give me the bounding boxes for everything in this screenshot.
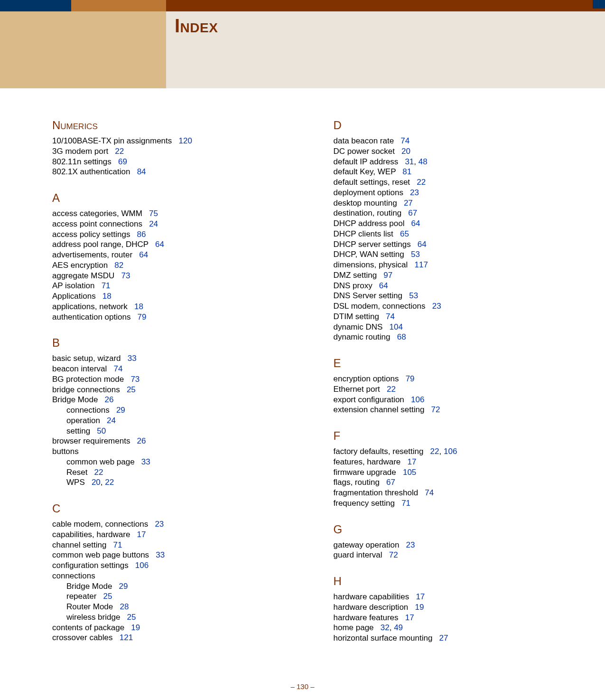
page-reference[interactable]: 33 xyxy=(128,354,137,363)
page-reference[interactable]: 79 xyxy=(406,374,415,383)
page-reference[interactable]: 28 xyxy=(120,602,129,611)
index-entry-text: connections xyxy=(66,406,110,415)
page-reference[interactable]: 69 xyxy=(118,157,127,166)
page-reference[interactable]: 97 xyxy=(383,271,392,280)
page-reference[interactable]: 18 xyxy=(134,302,143,311)
index-entry: crossover cables 121 xyxy=(52,633,286,643)
page-reference[interactable]: 25 xyxy=(127,613,136,622)
page-reference[interactable]: 29 xyxy=(116,406,125,415)
page-reference[interactable]: 68 xyxy=(397,332,406,341)
page-reference[interactable]: 27 xyxy=(404,199,413,208)
page-reference[interactable]: 72 xyxy=(431,405,440,414)
page-reference[interactable]: 64 xyxy=(418,240,427,249)
page-reference[interactable]: 71 xyxy=(401,499,410,508)
page-reference[interactable]: 67 xyxy=(386,478,395,487)
page-reference[interactable]: 64 xyxy=(379,281,388,290)
page-reference[interactable]: 53 xyxy=(409,291,418,300)
index-entry: capabilities, hardware 17 xyxy=(52,530,286,540)
page-reference[interactable]: 22 xyxy=(94,468,103,477)
page-reference[interactable]: 22 xyxy=(105,478,114,487)
page-reference[interactable]: 74 xyxy=(386,312,395,321)
page-reference[interactable]: 81 xyxy=(402,167,411,176)
page-reference[interactable]: 73 xyxy=(130,375,140,384)
page-reference[interactable]: 22 xyxy=(430,447,439,456)
page-reference[interactable]: 20 xyxy=(401,147,410,156)
page-reference[interactable]: 104 xyxy=(390,322,403,331)
index-entry: frequency setting 71 xyxy=(334,498,568,509)
page-reference[interactable]: 117 xyxy=(415,260,428,269)
page-reference[interactable]: 105 xyxy=(403,468,416,477)
page-reference[interactable]: 25 xyxy=(103,592,112,601)
page-reference[interactable]: 26 xyxy=(137,436,146,445)
page-reference[interactable]: 75 xyxy=(149,209,158,218)
page-reference[interactable]: 86 xyxy=(137,230,146,239)
page-reference[interactable]: 22 xyxy=(387,385,396,394)
page-reference[interactable]: 24 xyxy=(107,416,116,425)
index-entry-text: default Key, WEP xyxy=(334,167,396,176)
page-reference[interactable]: 72 xyxy=(389,550,398,559)
page-reference[interactable]: 48 xyxy=(419,157,428,166)
index-entry: configuration settings 106 xyxy=(52,560,286,571)
index-entry-text: extension channel setting xyxy=(334,405,425,414)
page-reference[interactable]: 18 xyxy=(102,292,112,301)
page-reference[interactable]: 71 xyxy=(102,281,111,290)
page-reference[interactable]: 106 xyxy=(444,447,457,456)
page-reference[interactable]: 22 xyxy=(417,178,426,187)
index-entry: dynamic routing 68 xyxy=(334,332,568,342)
page-reference[interactable]: 53 xyxy=(411,250,420,259)
page-reference[interactable]: 17 xyxy=(405,613,414,622)
page-reference[interactable]: 64 xyxy=(411,219,420,228)
page-reference[interactable]: 23 xyxy=(155,520,164,529)
index-entry-text: dynamic DNS xyxy=(334,322,383,331)
page-reference[interactable]: 74 xyxy=(425,488,434,497)
page-reference[interactable]: 17 xyxy=(416,592,425,601)
page-reference[interactable]: 23 xyxy=(406,540,415,549)
page-reference[interactable]: 31 xyxy=(405,157,414,166)
page-reference[interactable]: 50 xyxy=(97,426,106,435)
page-reference[interactable]: 74 xyxy=(400,136,410,145)
header-left-block xyxy=(0,11,166,88)
page-reference[interactable]: 24 xyxy=(149,219,158,228)
page-reference[interactable]: 120 xyxy=(178,136,192,145)
page-reference[interactable]: 22 xyxy=(115,147,124,156)
page-reference[interactable]: 71 xyxy=(113,540,122,549)
index-entry: DSL modem, connections 23 xyxy=(334,301,568,312)
index-entry-text: 3G modem port xyxy=(52,147,108,156)
page-reference[interactable]: 20 xyxy=(92,478,101,487)
page-reference[interactable]: 25 xyxy=(127,385,136,394)
index-entry-text: fragmentation threshold xyxy=(334,488,419,497)
page-reference[interactable]: 84 xyxy=(137,167,146,176)
page-reference[interactable]: 64 xyxy=(155,240,164,249)
page-reference[interactable]: 19 xyxy=(415,603,424,612)
page-reference[interactable]: 26 xyxy=(105,395,114,404)
page-reference[interactable]: 33 xyxy=(156,550,165,559)
page-reference[interactable]: 106 xyxy=(411,395,424,404)
page-reference[interactable]: 17 xyxy=(407,457,416,466)
index-entry: buttons xyxy=(52,446,286,457)
page-reference[interactable]: 121 xyxy=(120,633,133,642)
page-reference[interactable]: 19 xyxy=(131,623,140,632)
page-reference[interactable]: 27 xyxy=(439,634,448,643)
index-section-heading: A xyxy=(52,191,286,205)
page-reference[interactable]: 23 xyxy=(410,188,419,197)
page-reference[interactable]: 29 xyxy=(119,582,128,591)
page-reference[interactable]: 49 xyxy=(394,623,403,632)
page-reference[interactable]: 33 xyxy=(141,457,150,466)
page-reference[interactable]: 23 xyxy=(432,302,441,311)
index-section-heading: B xyxy=(52,336,286,350)
index-entry: default Key, WEP 81 xyxy=(334,167,568,177)
page-reference[interactable]: 79 xyxy=(138,312,147,322)
page-reference[interactable]: 82 xyxy=(114,261,123,270)
index-entry: common web page buttons 33 xyxy=(52,550,286,560)
index-entry: WPS 20, 22 xyxy=(66,477,286,488)
page-reference[interactable]: 106 xyxy=(135,561,149,570)
page-reference[interactable]: 65 xyxy=(400,229,409,238)
page-reference[interactable]: 67 xyxy=(408,208,417,218)
page-reference[interactable]: 17 xyxy=(137,530,146,539)
index-entry: 3G modem port 22 xyxy=(52,146,286,157)
page-reference[interactable]: 73 xyxy=(121,271,130,280)
page-reference[interactable]: 32 xyxy=(381,623,390,632)
page-reference[interactable]: 64 xyxy=(139,250,148,259)
page-reference[interactable]: 74 xyxy=(113,364,122,373)
index-entry-text: firmware upgrade xyxy=(334,468,396,477)
